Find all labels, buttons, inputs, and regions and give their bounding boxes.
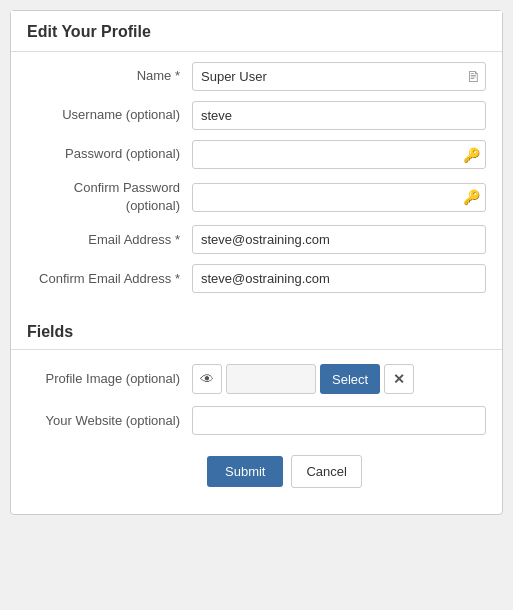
confirm-email-label: Confirm Email Address *	[27, 270, 192, 288]
profile-image-label: Profile Image (optional)	[27, 370, 192, 388]
confirm-email-row: Confirm Email Address *	[27, 264, 486, 293]
clear-button[interactable]: ✕	[384, 364, 414, 394]
fields-section: Profile Image (optional) 👁 Select ✕ Your…	[11, 350, 502, 514]
name-label: Name *	[27, 67, 192, 85]
username-input-wrapper	[192, 101, 486, 130]
password-input[interactable]	[192, 140, 486, 169]
website-input-wrapper	[192, 406, 486, 435]
name-row: Name * 🖹	[27, 62, 486, 91]
confirm-password-input[interactable]	[192, 183, 486, 212]
fields-header: Fields	[11, 313, 502, 350]
password-row: Password (optional) 🔑	[27, 140, 486, 169]
name-input-wrapper: 🖹	[192, 62, 486, 91]
edit-profile-header: Edit Your Profile	[11, 11, 502, 52]
confirm-password-row: Confirm Password (optional) 🔑	[27, 179, 486, 215]
password-label: Password (optional)	[27, 145, 192, 163]
username-row: Username (optional)	[27, 101, 486, 130]
file-name-box	[226, 364, 316, 394]
profile-image-row: Profile Image (optional) 👁 Select ✕	[27, 364, 486, 394]
username-label: Username (optional)	[27, 106, 192, 124]
eye-icon: 👁	[200, 371, 214, 387]
name-input[interactable]	[192, 62, 486, 91]
clear-icon: ✕	[393, 371, 405, 387]
submit-button[interactable]: Submit	[207, 456, 283, 487]
email-row: Email Address *	[27, 225, 486, 254]
cancel-button[interactable]: Cancel	[291, 455, 361, 488]
page-wrapper: Edit Your Profile Name * 🖹 Username (opt…	[10, 10, 503, 515]
eye-button[interactable]: 👁	[192, 364, 222, 394]
main-form-section: Name * 🖹 Username (optional) Password (o…	[11, 52, 502, 313]
button-row: Submit Cancel	[27, 451, 486, 504]
fields-section-title: Fields	[27, 323, 73, 340]
username-input[interactable]	[192, 101, 486, 130]
website-row: Your Website (optional)	[27, 406, 486, 435]
select-button[interactable]: Select	[320, 364, 380, 394]
page-title: Edit Your Profile	[27, 23, 151, 40]
email-input[interactable]	[192, 225, 486, 254]
website-label: Your Website (optional)	[27, 412, 192, 430]
email-input-wrapper	[192, 225, 486, 254]
confirm-password-input-wrapper: 🔑	[192, 183, 486, 212]
confirm-email-input-wrapper	[192, 264, 486, 293]
confirm-email-input[interactable]	[192, 264, 486, 293]
profile-image-controls: 👁 Select ✕	[192, 364, 414, 394]
website-input[interactable]	[192, 406, 486, 435]
email-label: Email Address *	[27, 231, 192, 249]
password-input-wrapper: 🔑	[192, 140, 486, 169]
confirm-password-label: Confirm Password (optional)	[27, 179, 192, 215]
